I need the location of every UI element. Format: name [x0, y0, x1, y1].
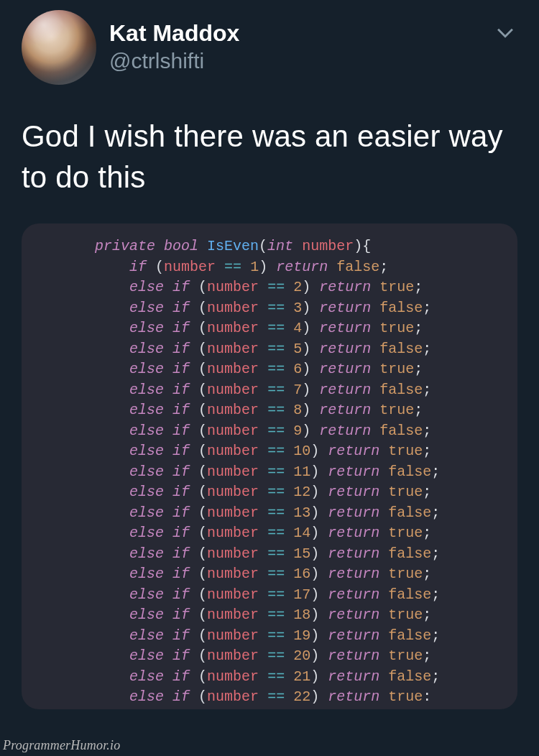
- tweet-header: Kat Maddox @ctrlshifti: [22, 10, 517, 85]
- more-options-button[interactable]: [493, 10, 517, 47]
- chevron-down-icon: [493, 20, 517, 45]
- user-handle: @ctrlshifti: [109, 48, 480, 74]
- watermark: ProgrammerHumor.io: [3, 738, 120, 753]
- code-block: private bool IsEven(int number){ if (num…: [22, 236, 517, 708]
- code-image: private bool IsEven(int number){ if (num…: [22, 223, 517, 709]
- tweet-container: Kat Maddox @ctrlshifti God I wish there …: [0, 0, 539, 198]
- avatar[interactable]: [22, 10, 96, 85]
- tweet-text: God I wish there was an easier way to do…: [22, 116, 517, 198]
- user-block[interactable]: Kat Maddox @ctrlshifti: [109, 10, 480, 74]
- display-name: Kat Maddox: [109, 20, 480, 47]
